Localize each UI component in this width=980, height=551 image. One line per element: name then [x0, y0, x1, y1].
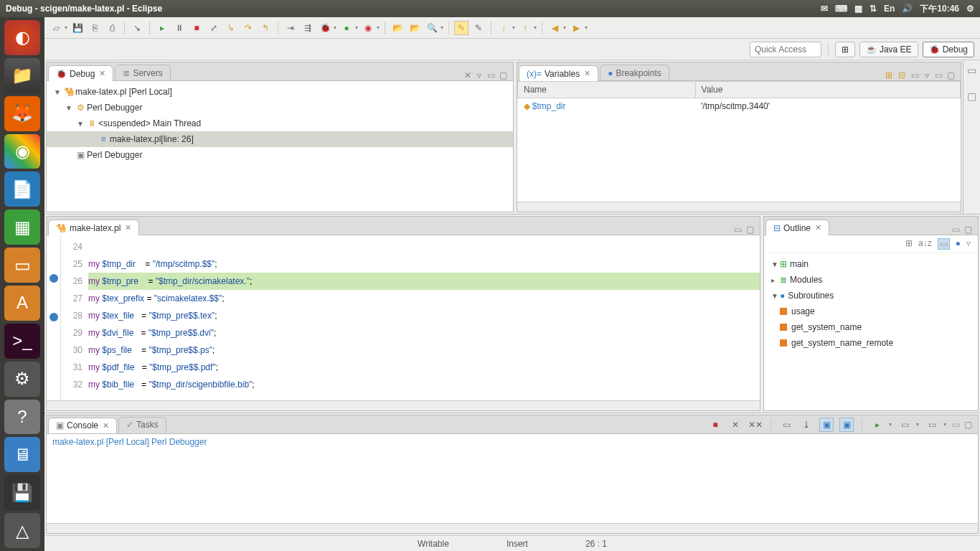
step-over-button[interactable]: ↷ [241, 21, 255, 35]
launcher-calc-icon[interactable]: ▦ [4, 209, 40, 245]
outline-sort-button[interactable]: ⊞ [905, 238, 913, 250]
mail-icon[interactable]: ✉ [821, 4, 828, 14]
console-pin-button[interactable]: ▣ [819, 418, 834, 432]
maximize-icon[interactable]: ▢ [947, 70, 955, 80]
scrollbar-horizontal[interactable] [47, 523, 978, 533]
minimize-icon[interactable]: ▭ [952, 225, 960, 235]
tab-console[interactable]: ▣Console✕ [48, 418, 117, 433]
sound-icon[interactable]: 🔊 [902, 4, 913, 14]
console-removeall-button[interactable]: ✕✕ [748, 418, 763, 432]
toggle-mark-button[interactable]: ✎ [454, 21, 468, 35]
scrollbar-horizontal[interactable] [517, 202, 961, 212]
debug-tree-item[interactable]: ▼🐪make-latex.pl [Perl Local] [47, 84, 513, 100]
run-button[interactable]: ● [339, 21, 354, 35]
scrollbar-horizontal[interactable] [47, 400, 760, 410]
prev-annotation-button[interactable]: ↑ [518, 21, 532, 35]
forward-button[interactable]: ▶ [569, 21, 583, 35]
debug-stack-frame[interactable]: ≡make-latex.pl[line: 26] [47, 131, 513, 147]
maximize-icon[interactable]: ▢ [499, 70, 507, 80]
tab-tasks[interactable]: ✓Tasks [118, 417, 166, 433]
back-button[interactable]: ◀ [547, 21, 562, 35]
calendar-icon[interactable]: ▦ [854, 4, 862, 14]
launcher-terminal-icon[interactable]: >_ [4, 324, 40, 359]
network-icon[interactable]: ⇅ [870, 4, 877, 14]
minimize-icon[interactable]: ▭ [952, 420, 960, 430]
outline-item[interactable]: get_system_name_remote [764, 335, 978, 351]
editor-tab[interactable]: 🐪make-latex.pl✕ [48, 220, 139, 235]
open-type-button[interactable]: 📂 [390, 21, 405, 35]
launcher-dash-icon[interactable]: ◐ [4, 20, 40, 55]
outline-item[interactable]: usage [764, 303, 978, 319]
skip-breakpoints-button[interactable]: ↘ [130, 21, 144, 35]
suspend-button[interactable]: ⏸ [172, 21, 187, 35]
variable-row[interactable]: ◆ $tmp_dir'/tmp/scitmp.3440' [518, 98, 961, 115]
perspective-debug[interactable]: 🐞Debug [923, 42, 974, 57]
step-into-button[interactable]: ↳ [224, 21, 238, 35]
console-terminate-button[interactable]: ■ [708, 418, 722, 432]
code-editor[interactable]: 242526272829303132 my $tmp_dir = "/tmp/s… [47, 235, 760, 400]
coverage-button[interactable]: ◉ [361, 21, 375, 35]
launcher-impress-icon[interactable]: ▭ [4, 248, 40, 283]
annotation-button[interactable]: ✎ [471, 21, 486, 35]
debug-remove-button[interactable]: ✕ [464, 70, 471, 80]
save-all-button[interactable]: ⎘ [88, 21, 102, 35]
disconnect-button[interactable]: ⤢ [207, 21, 221, 35]
close-icon[interactable]: ✕ [99, 69, 105, 78]
launcher-help-icon[interactable]: ? [4, 400, 40, 435]
console-show-button[interactable]: ▣ [839, 418, 854, 432]
debug-button[interactable]: 🐞 [318, 21, 332, 35]
outline-link-button[interactable]: ● [956, 238, 961, 250]
console-clear-button[interactable]: ▭ [779, 418, 793, 432]
quick-access-input[interactable] [750, 42, 821, 57]
vars-col-value[interactable]: Value [695, 82, 960, 98]
launcher-settings-icon[interactable]: ⚙ [4, 362, 40, 397]
drop-frame-button[interactable]: ⇥ [283, 21, 298, 35]
keyboard-icon[interactable]: ⌨ [835, 4, 847, 14]
console-scroll-button[interactable]: ⤓ [799, 418, 814, 432]
next-annotation-button[interactable]: ↓ [496, 21, 511, 35]
resume-button[interactable]: ▸ [155, 21, 169, 35]
console-output[interactable]: make-latex.pl [Perl Local] Perl Debugger [47, 434, 978, 523]
outline-filter-button[interactable]: ▭ [938, 238, 950, 250]
step-filters-button[interactable]: ⇶ [301, 21, 315, 35]
fast-view-icon[interactable]: ▭ [967, 65, 976, 76]
open-task-button[interactable]: 📂 [407, 21, 422, 35]
tab-breakpoints[interactable]: ●Breakpoints [600, 65, 669, 80]
minimize-icon[interactable]: ▭ [487, 70, 495, 80]
outline-item[interactable]: ▼⊞main [764, 256, 978, 272]
maximize-icon[interactable]: ▢ [746, 225, 754, 235]
console-new-button[interactable]: ▭ [925, 418, 939, 432]
input-lang-indicator[interactable]: En [884, 4, 895, 14]
launcher-files-icon[interactable]: 📁 [4, 58, 40, 93]
debug-tree-item[interactable]: ▣Perl Debugger [47, 147, 513, 163]
perspective-javaee[interactable]: ☕Java EE [859, 42, 918, 57]
launcher-writer-icon[interactable]: 📄 [4, 171, 40, 207]
outline-item[interactable]: ▼●Subroutines [764, 288, 978, 303]
step-return-button[interactable]: ↰ [258, 21, 273, 35]
vars-tree-button[interactable]: ⊞ [885, 70, 892, 80]
tab-outline[interactable]: ⊟Outline✕ [765, 220, 829, 235]
tab-servers[interactable]: ≣Servers [115, 65, 170, 80]
launcher-save-icon[interactable]: 💾 [4, 475, 40, 510]
editor-ruler[interactable] [47, 235, 61, 400]
close-icon[interactable]: ✕ [103, 421, 109, 430]
fast-view-icon[interactable]: ▢ [967, 90, 976, 102]
open-perspective-button[interactable]: ⊞ [835, 42, 855, 57]
debug-tree-item[interactable]: ▼⚙Perl Debugger [47, 100, 513, 116]
search-button[interactable]: 🔍 [425, 21, 439, 35]
debug-menu-button[interactable]: ▿ [477, 70, 481, 80]
outline-menu-button[interactable]: ▿ [966, 238, 971, 250]
save-button[interactable]: 💾 [70, 21, 85, 35]
vars-menu-button[interactable]: ▿ [925, 70, 929, 80]
print-button[interactable]: ⎙ [105, 21, 119, 35]
new-button[interactable]: ▱ [49, 21, 63, 35]
vars-layout-button[interactable]: ▭ [911, 70, 919, 80]
terminate-button[interactable]: ■ [189, 21, 204, 35]
launcher-display-icon[interactable]: 🖥 [4, 437, 40, 472]
maximize-icon[interactable]: ▢ [964, 225, 972, 235]
minimize-icon[interactable]: ▭ [734, 225, 742, 235]
debug-tree-item[interactable]: ▼⏸<suspended> Main Thread [47, 116, 513, 131]
outline-item[interactable]: ▸≣Modules [764, 272, 978, 288]
gear-icon[interactable]: ⚙ [966, 4, 974, 14]
vars-collapse-button[interactable]: ⊟ [898, 70, 905, 80]
